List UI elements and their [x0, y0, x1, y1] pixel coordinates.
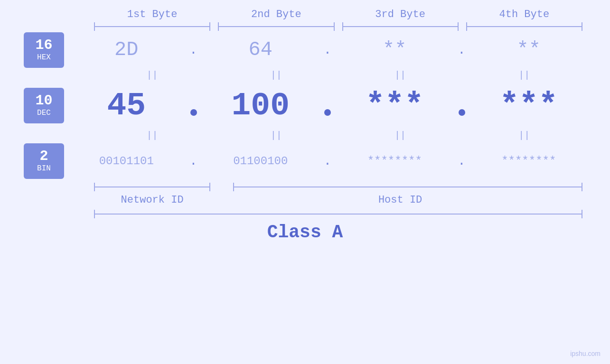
bracket-byte4 [466, 22, 582, 31]
hex-dot2: . [318, 43, 337, 57]
main-container: 1st Byte 2nd Byte 3rd Byte 4th Byte 16 H… [0, 0, 610, 364]
bin-badge-number: 2 [39, 149, 48, 163]
bin-b3: ******** [337, 155, 452, 168]
class-row: Class A [24, 222, 586, 243]
hex-row: 16 HEX 2D . 64 . ** . ** [24, 31, 586, 69]
eq1-b3: || [338, 70, 462, 81]
dec-b4: *** [471, 87, 587, 124]
id-labels: Network ID Host ID [24, 194, 586, 206]
dec-badge-number: 10 [35, 93, 52, 108]
hex-b2: 64 [203, 38, 319, 61]
hex-dot3: . [452, 43, 471, 57]
bin-b4: ******** [471, 155, 587, 168]
hex-b3: ** [337, 38, 452, 61]
dec-dot2 [318, 95, 337, 116]
network-id-label: Network ID [90, 194, 214, 206]
host-bracket [233, 183, 582, 191]
dec-separator3 [459, 109, 465, 116]
dec-b3: *** [337, 87, 452, 124]
bracket-byte2 [218, 22, 334, 31]
byte3-header: 3rd Byte [338, 9, 462, 20]
hex-badge-label: HEX [37, 53, 51, 62]
hex-b1: 2D [69, 38, 184, 61]
dec-values: 45 100 *** *** [69, 87, 586, 124]
top-brackets [24, 22, 586, 31]
dec-separator2 [324, 109, 331, 116]
bin-dot2: . [318, 154, 337, 168]
eq1-b2: || [214, 70, 338, 81]
eq1-b1: || [90, 70, 214, 81]
host-id-label: Host ID [214, 194, 586, 206]
equals-row-1: || || || || [24, 70, 586, 81]
watermark: ipshu.com [570, 350, 601, 357]
bracket-byte1 [94, 22, 210, 31]
equals-row-2: || || || || [24, 130, 586, 141]
bin-dot1: . [184, 154, 203, 168]
dec-badge: 10 DEC [24, 88, 64, 123]
hex-dot1: . [184, 43, 203, 57]
byte1-header: 1st Byte [90, 9, 214, 20]
eq1-b4: || [462, 70, 586, 81]
eq2-b4: || [462, 130, 586, 141]
byte2-header: 2nd Byte [214, 9, 338, 20]
dec-b2: 100 [203, 87, 319, 124]
byte-headers: 1st Byte 2nd Byte 3rd Byte 4th Byte [24, 9, 586, 20]
bin-row: 2 BIN 00101101 . 01100100 . ******** . *… [24, 142, 586, 180]
byte4-header: 4th Byte [462, 9, 586, 20]
dec-dot1 [184, 95, 203, 116]
full-bottom-bracket [90, 210, 586, 218]
id-brackets [24, 183, 586, 191]
hex-values: 2D . 64 . ** . ** [69, 38, 586, 61]
dec-badge-label: DEC [37, 109, 51, 117]
dec-dot3 [452, 95, 471, 116]
eq2-b3: || [338, 130, 462, 141]
bin-badge: 2 BIN [24, 143, 64, 179]
eq2-b2: || [214, 130, 338, 141]
eq2-b1: || [90, 130, 214, 141]
bin-values: 00101101 . 01100100 . ******** . *******… [69, 154, 586, 168]
dec-b1: 45 [69, 87, 184, 124]
bin-badge-label: BIN [37, 164, 51, 173]
bin-b2: 01100100 [203, 155, 319, 168]
hex-badge-number: 16 [35, 38, 52, 52]
dec-row: 10 DEC 45 100 *** *** [24, 82, 586, 129]
hex-b4: ** [471, 38, 587, 61]
bin-dot3: . [452, 154, 471, 168]
network-bracket [94, 183, 210, 191]
bracket-byte3 [342, 22, 459, 31]
bin-b1: 00101101 [69, 155, 184, 168]
class-label: Class A [267, 222, 343, 243]
dec-separator1 [190, 109, 197, 116]
hex-badge: 16 HEX [24, 32, 64, 68]
